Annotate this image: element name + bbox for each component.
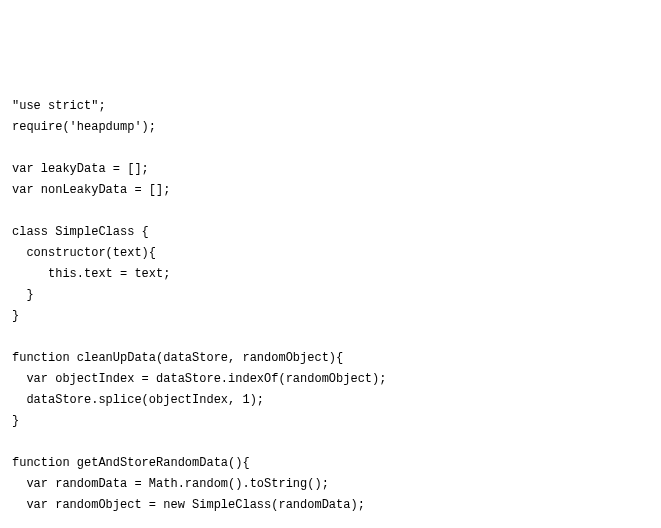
code-line: } bbox=[12, 285, 649, 306]
code-line: } bbox=[12, 411, 649, 432]
code-line bbox=[12, 432, 649, 453]
code-line bbox=[12, 327, 649, 348]
code-line: "use strict"; bbox=[12, 96, 649, 117]
code-line: var nonLeakyData = []; bbox=[12, 180, 649, 201]
code-line bbox=[12, 138, 649, 159]
code-block: "use strict";require('heapdump'); var le… bbox=[12, 96, 649, 528]
code-line: class SimpleClass { bbox=[12, 222, 649, 243]
code-line: var leakyData = []; bbox=[12, 159, 649, 180]
code-line: function cleanUpData(dataStore, randomOb… bbox=[12, 348, 649, 369]
code-line: var randomObject = new SimpleClass(rando… bbox=[12, 495, 649, 516]
code-line: var objectIndex = dataStore.indexOf(rand… bbox=[12, 369, 649, 390]
code-line: constructor(text){ bbox=[12, 243, 649, 264]
code-line: require('heapdump'); bbox=[12, 117, 649, 138]
code-line: } bbox=[12, 306, 649, 327]
code-line bbox=[12, 516, 649, 528]
code-line bbox=[12, 201, 649, 222]
code-line: dataStore.splice(objectIndex, 1); bbox=[12, 390, 649, 411]
code-line: function getAndStoreRandomData(){ bbox=[12, 453, 649, 474]
code-line: var randomData = Math.random().toString(… bbox=[12, 474, 649, 495]
code-line: this.text = text; bbox=[12, 264, 649, 285]
